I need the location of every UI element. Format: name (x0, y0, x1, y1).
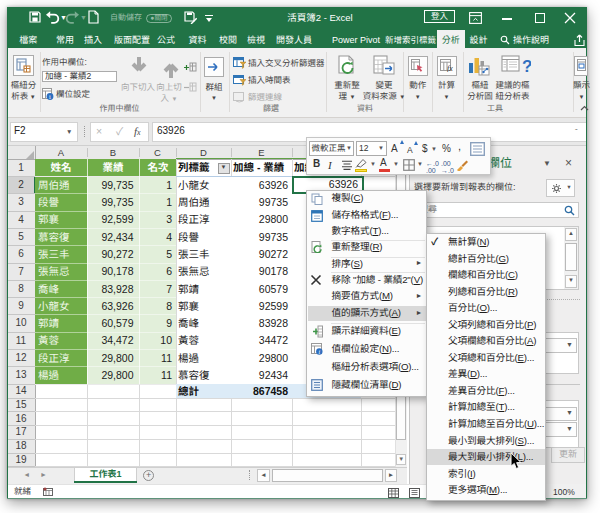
svg-text:?: ? (522, 57, 531, 76)
svg-text:fx: fx (447, 64, 453, 72)
svg-text:i: i (49, 93, 51, 100)
